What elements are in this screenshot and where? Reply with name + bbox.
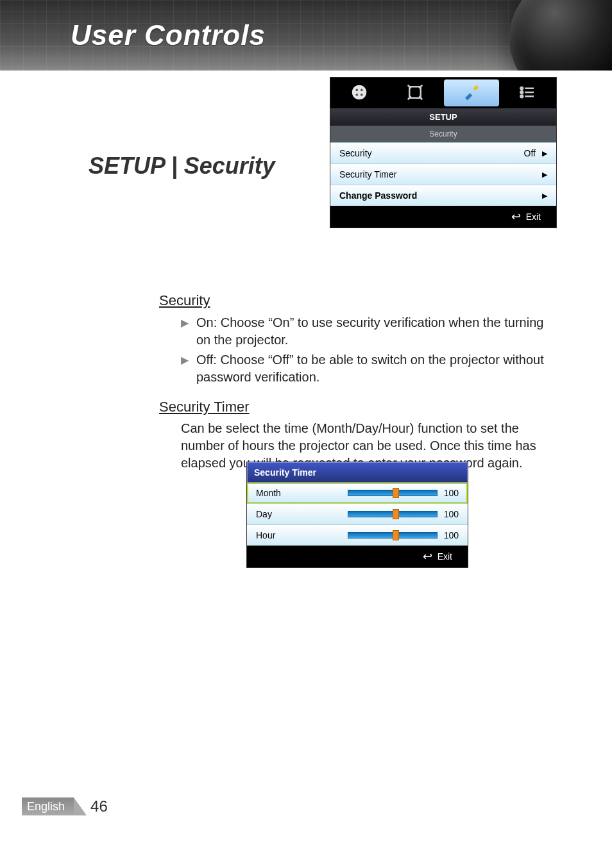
caret-right-icon: ▶ [542,171,547,179]
osd-row-label: Security Timer [339,169,396,179]
osd2-row-day[interactable]: Day 100 [247,503,468,524]
list-item: ▶ Off: Choose “Off” to be able to switch… [181,351,557,386]
svg-point-10 [521,95,523,97]
page-header: User Controls [0,0,612,71]
slider-value: 100 [444,488,459,498]
slider-thumb[interactable] [393,488,399,498]
footer-page-number: 46 [87,797,108,815]
expand-icon [405,83,425,104]
svg-point-3 [355,93,358,96]
bullet-text: Off: Choose “Off” to be able to switch o… [196,351,557,386]
triangle-bullet-icon: ▶ [181,314,189,349]
svg-point-6 [521,87,523,89]
osd2-row-month[interactable]: Month 100 [247,483,468,503]
palette-icon [350,83,369,104]
osd-tab-setup[interactable] [444,79,499,106]
osd-security-timer: Security Timer Month 100 Day 100 Hour 10… [246,462,468,568]
page-title: User Controls [71,19,266,51]
lens-graphic-icon [509,0,612,71]
osd-tab-bar [330,78,556,108]
osd-subtitle-strip: Security [330,126,556,142]
slider-day[interactable] [348,511,438,517]
svg-point-2 [361,88,363,91]
osd2-exit-label[interactable]: Exit [438,551,452,562]
osd-row-value: Off [524,148,536,158]
bullet-text: On: Choose “On” to use security verifica… [196,314,557,349]
osd-tab-options[interactable] [500,79,556,106]
osd-footer: ↩ Exit [330,206,556,228]
triangle-bullet-icon: ▶ [181,351,189,386]
osd2-row-hour[interactable]: Hour 100 [247,524,468,546]
osd-exit-label[interactable]: Exit [526,212,541,222]
osd-row-label: Security [339,148,372,158]
return-arrow-icon: ↩ [511,211,521,222]
heading-security: Security [159,291,557,310]
osd-row-label: Change Password [339,190,417,201]
list-icon [518,83,537,104]
footer-language: English [22,797,74,815]
bullet-list: ▶ On: Choose “On” to use security verifi… [159,314,557,386]
osd-row-security-timer[interactable]: Security Timer ▶ [330,163,556,185]
slider-value: 100 [444,530,459,540]
svg-point-0 [352,85,367,99]
osd2-row-label: Day [256,509,272,519]
page-footer: English 46 [22,797,108,815]
svg-point-1 [355,88,358,91]
osd2-footer: ↩ Exit [247,546,468,567]
osd2-row-label: Month [256,488,281,498]
tools-icon [462,83,481,104]
list-item: ▶ On: Choose “On” to use security verifi… [181,314,557,349]
osd-tab-display[interactable] [388,79,443,106]
heading-security-timer: Security Timer [159,397,557,417]
slider-thumb[interactable] [393,509,399,519]
body-content: Security ▶ On: Choose “On” to use securi… [159,291,557,481]
return-arrow-icon: ↩ [423,551,432,562]
footer-wedge-icon [74,797,87,815]
caret-right-icon: ▶ [542,149,547,158]
slider-hour[interactable] [348,532,438,538]
section-title: SETUP | Security [89,153,275,179]
osd-title-strip: SETUP [330,108,556,126]
svg-rect-5 [410,87,421,98]
svg-point-8 [521,91,523,94]
osd-row-security[interactable]: Security Off ▶ [330,142,556,163]
osd2-header: Security Timer [247,462,468,483]
svg-point-4 [361,93,363,96]
osd-setup-security: SETUP Security Security Off ▶ Security T… [330,77,557,228]
caret-right-icon: ▶ [542,192,547,200]
osd2-row-label: Hour [256,530,275,540]
slider-thumb[interactable] [393,530,399,540]
osd-tab-image[interactable] [332,79,387,106]
osd-row-change-password[interactable]: Change Password ▶ [330,185,556,206]
slider-month[interactable] [348,490,438,496]
slider-value: 100 [444,509,459,519]
